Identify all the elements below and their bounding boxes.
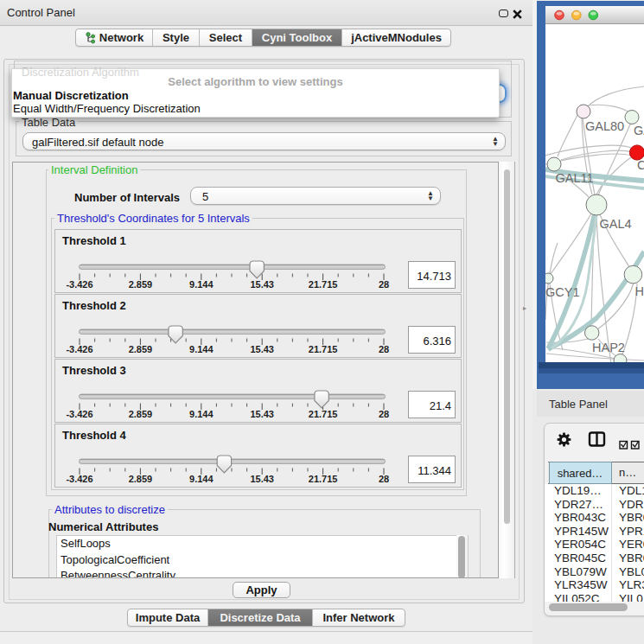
svg-text:GCY1: GCY1 bbox=[545, 285, 580, 299]
svg-text:GAL: GAL bbox=[634, 124, 644, 137]
svg-text:HAP2: HAP2 bbox=[592, 341, 625, 354]
svg-text:GAL11: GAL11 bbox=[556, 171, 594, 185]
svg-text:HIS: HIS bbox=[635, 284, 644, 298]
svg-text:GAL4: GAL4 bbox=[600, 217, 632, 231]
svg-text:CA: CA bbox=[637, 158, 644, 172]
svg-text:GAL80: GAL80 bbox=[585, 119, 624, 133]
